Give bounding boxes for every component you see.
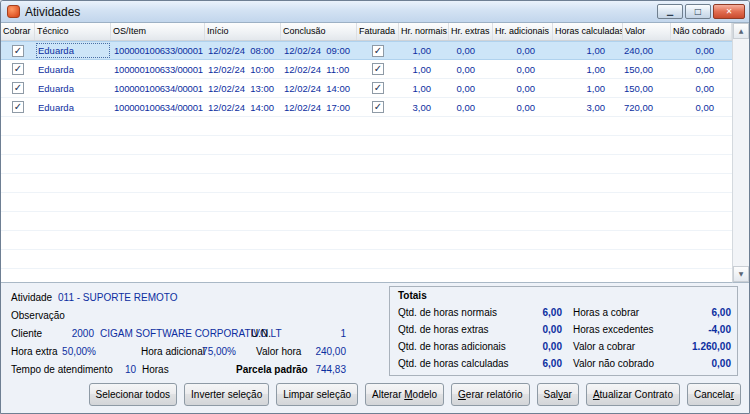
- cobrar-checkbox[interactable]: ✓: [12, 82, 24, 94]
- cell-valor: 720,00: [623, 98, 671, 116]
- column-header-hr-normais[interactable]: Hr. normais: [399, 23, 449, 40]
- total-value: 6,00: [490, 358, 562, 369]
- cell-hr-extras: 0,00: [449, 98, 493, 116]
- total-label: Valor não cobrado: [573, 358, 654, 369]
- caption-buttons: ▁ □ ✕: [657, 4, 745, 19]
- selecionar-todos-button[interactable]: Selecionar todos: [89, 383, 178, 406]
- button-bar: Selecionar todos Inverter seleção Limpar…: [1, 383, 741, 406]
- faturada-checkbox[interactable]: ✓: [372, 82, 384, 94]
- total-value: 0,00: [490, 341, 562, 352]
- scroll-down-icon[interactable]: ▼: [733, 266, 749, 282]
- cell-cobrar: ✓: [1, 42, 35, 59]
- cell-cobrar: ✓: [1, 98, 35, 116]
- cell-inicio: 12/02/24 13:00: [205, 79, 281, 97]
- alterar-modelo-button[interactable]: Alterar Modelo: [365, 383, 444, 406]
- un-value: 1: [301, 328, 346, 339]
- cell-os-item: 100000100634/00001: [111, 98, 205, 116]
- cell-cobrar: ✓: [1, 60, 35, 78]
- total-label: Qtd. de horas extras: [398, 324, 489, 335]
- atividade-label: Atividade: [11, 292, 52, 303]
- table-row[interactable]: ✓ Eduarda 100000100633/00001 12/02/24 10…: [1, 60, 732, 79]
- cell-inicio: 12/02/24 14:00: [205, 98, 281, 116]
- cobrar-checkbox[interactable]: ✓: [12, 45, 24, 57]
- cell-hr-adicionais: 0,00: [493, 79, 553, 97]
- cell-nao-cobrado: 0,00: [671, 42, 732, 59]
- column-header-valor[interactable]: Valor: [623, 23, 671, 40]
- column-header-horas-calculadas[interactable]: Horas calculadas: [553, 23, 623, 40]
- tempo-atendimento-value: 10: [111, 364, 136, 375]
- cancelar-button[interactable]: Cancelar: [687, 383, 741, 406]
- maximize-button[interactable]: □: [685, 4, 711, 19]
- cell-hr-adicionais: 0,00: [493, 98, 553, 116]
- cell-nao-cobrado: 0,00: [671, 79, 732, 97]
- faturada-checkbox[interactable]: ✓: [372, 101, 384, 113]
- parcela-padrao-value: 744,83: [301, 364, 346, 375]
- cell-hr-normais: 1,00: [399, 42, 449, 59]
- faturada-checkbox[interactable]: ✓: [372, 63, 384, 75]
- cell-os-item: 100000100634/00001: [111, 79, 205, 97]
- cell-valor: 240,00: [623, 42, 671, 59]
- hora-adicional-value: 75,00%: [193, 346, 236, 357]
- cliente-code: 2000: [56, 328, 94, 339]
- grid-body: ✓ Eduarda 100000100633/00001 12/02/24 08…: [1, 41, 732, 282]
- scroll-up-icon[interactable]: ▲: [733, 23, 749, 39]
- cell-nao-cobrado: 0,00: [671, 98, 732, 116]
- column-header-os-item[interactable]: OS/Item: [111, 23, 205, 40]
- cobrar-checkbox[interactable]: ✓: [12, 101, 24, 113]
- cell-horas-calculadas: 3,00: [553, 98, 623, 116]
- parcela-padrao-label: Parcela padrão: [236, 364, 308, 375]
- cell-hr-normais: 1,00: [399, 60, 449, 78]
- minimize-button[interactable]: ▁: [657, 4, 683, 19]
- total-label: Horas a cobrar: [573, 307, 639, 318]
- cell-faturada: ✓: [357, 42, 399, 59]
- cell-tecnico: Eduarda: [35, 79, 111, 97]
- cell-faturada: ✓: [357, 79, 399, 97]
- hora-extra-value: 50,00%: [53, 346, 96, 357]
- column-header-hr-extras[interactable]: Hr. extras: [449, 23, 493, 40]
- total-label: Valor a cobrar: [573, 341, 635, 352]
- column-header-hr-adicionais[interactable]: Hr. adicionais: [493, 23, 553, 40]
- cell-conclusao: 12/02/24 09:00: [281, 42, 357, 59]
- observacao-label: Observação: [11, 310, 65, 321]
- table-row[interactable]: ✓ Eduarda 100000100633/00001 12/02/24 08…: [1, 41, 732, 60]
- cell-valor: 150,00: [623, 79, 671, 97]
- cell-faturada: ✓: [357, 98, 399, 116]
- column-header-tecnico[interactable]: Técnico: [35, 23, 111, 40]
- total-value: 6,00: [651, 307, 731, 318]
- faturada-checkbox[interactable]: ✓: [372, 45, 384, 57]
- cell-horas-calculadas: 1,00: [553, 60, 623, 78]
- column-header-conclusao[interactable]: Conclusão: [281, 23, 357, 40]
- salvar-button[interactable]: Salvar: [537, 383, 579, 406]
- inverter-selecao-button[interactable]: Inverter seleção: [184, 383, 269, 406]
- activities-grid: Cobrar Técnico OS/Item Início Conclusão …: [1, 23, 732, 283]
- close-button[interactable]: ✕: [713, 4, 745, 19]
- cell-horas-calculadas: 1,00: [553, 42, 623, 59]
- table-row[interactable]: ✓ Eduarda 100000100634/00001 12/02/24 13…: [1, 79, 732, 98]
- cell-inicio: 12/02/24 10:00: [205, 60, 281, 78]
- cell-hr-adicionais: 0,00: [493, 42, 553, 59]
- column-header-inicio[interactable]: Início: [205, 23, 281, 40]
- cell-conclusao: 12/02/24 14:00: [281, 79, 357, 97]
- hora-extra-label: Hora extra: [11, 346, 58, 357]
- cell-horas-calculadas: 1,00: [553, 79, 623, 97]
- limpar-selecao-button[interactable]: Limpar seleção: [276, 383, 358, 406]
- cell-hr-normais: 3,00: [399, 98, 449, 116]
- cell-hr-extras: 0,00: [449, 79, 493, 97]
- un-label: U.N.: [251, 328, 271, 339]
- atualizar-contrato-button[interactable]: Atualizar Contrato: [586, 383, 680, 406]
- vertical-scrollbar[interactable]: ▲ ▼: [732, 23, 749, 283]
- column-header-cobrar[interactable]: Cobrar: [1, 23, 35, 40]
- total-value: 1.260,00: [651, 341, 731, 352]
- empty-grid-area: [1, 117, 732, 282]
- cell-hr-extras: 0,00: [449, 42, 493, 59]
- cell-tecnico: Eduarda: [35, 42, 111, 59]
- table-row[interactable]: ✓ Eduarda 100000100634/00001 12/02/24 14…: [1, 98, 732, 117]
- cell-conclusao: 12/02/24 11:00: [281, 60, 357, 78]
- totais-groupbox: Totais Qtd. de horas normais 6,00 Horas …: [389, 286, 738, 376]
- total-value: 0,00: [651, 358, 731, 369]
- column-header-faturada[interactable]: Faturada: [357, 23, 399, 40]
- cobrar-checkbox[interactable]: ✓: [12, 63, 24, 75]
- column-header-nao-cobrado[interactable]: Não cobrado: [671, 23, 732, 40]
- title-bar[interactable]: Atividades ▁ □ ✕: [1, 1, 749, 23]
- gerar-relatorio-button[interactable]: Gerar relatório: [451, 383, 529, 406]
